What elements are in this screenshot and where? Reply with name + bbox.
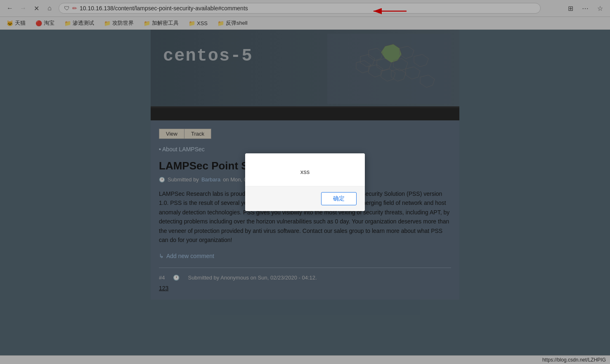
dialog-overlay: xss 确定 bbox=[0, 0, 610, 364]
dialog-ok-button[interactable]: 确定 bbox=[321, 192, 357, 205]
dialog-box: xss 确定 bbox=[245, 153, 365, 211]
dialog-footer: 确定 bbox=[245, 186, 365, 211]
dialog-message: xss bbox=[245, 153, 365, 186]
